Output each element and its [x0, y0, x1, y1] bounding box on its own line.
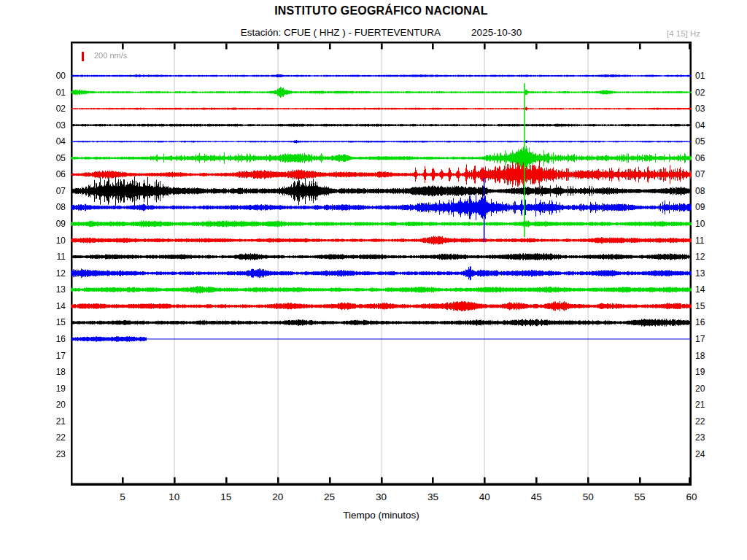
hour-label-left-07: 07	[44, 185, 66, 197]
x-tick-label-10: 10	[160, 491, 189, 502]
hour-label-right-20: 20	[695, 383, 717, 394]
amplitude-scale-bar	[82, 52, 84, 61]
hour-label-right-22: 22	[695, 416, 717, 427]
hour-label-left-02: 02	[44, 103, 66, 114]
hour-label-left-06: 06	[44, 168, 66, 180]
hour-label-left-08: 08	[44, 201, 66, 213]
hour-label-left-16: 16	[44, 333, 66, 345]
hour-label-right-17: 17	[695, 333, 717, 345]
hour-label-right-15: 15	[695, 300, 717, 312]
hour-label-left-10: 10	[44, 235, 66, 246]
x-tick-label-25: 25	[315, 491, 344, 502]
hour-label-right-09: 09	[695, 201, 717, 213]
x-tick-label-40: 40	[470, 491, 499, 502]
filter-band-label: [4 15] Hz	[554, 29, 700, 38]
hour-label-left-18: 18	[44, 366, 66, 378]
hour-label-left-17: 17	[44, 350, 66, 362]
hour-label-right-18: 18	[695, 350, 717, 362]
x-tick-label-45: 45	[522, 491, 551, 502]
hour-label-right-03: 03	[695, 103, 717, 114]
x-tick-label-30: 30	[367, 491, 396, 502]
hour-label-right-14: 14	[695, 284, 717, 295]
hour-label-left-04: 04	[44, 136, 66, 147]
date-label: 2025-10-30	[471, 27, 522, 38]
helicorder-plot: 200 nm/s	[71, 42, 692, 486]
hour-label-right-07: 07	[695, 168, 717, 180]
hour-label-right-04: 04	[695, 120, 717, 131]
station-label: Estación: CFUE ( HHZ ) - FUERTEVENTURA	[241, 27, 441, 38]
hour-label-right-12: 12	[695, 251, 717, 262]
hour-label-right-24: 24	[695, 448, 717, 460]
hour-label-left-01: 01	[44, 87, 66, 98]
hour-label-left-23: 23	[44, 448, 66, 460]
x-tick-label-20: 20	[263, 491, 293, 502]
hour-label-left-13: 13	[44, 284, 66, 295]
hour-label-left-15: 15	[44, 316, 66, 328]
amplitude-scale-label: 200 nm/s	[94, 51, 127, 60]
hour-label-left-05: 05	[44, 152, 66, 164]
hour-label-left-11: 11	[44, 251, 66, 262]
x-tick-label-60: 60	[677, 491, 706, 502]
hour-label-right-21: 21	[695, 399, 717, 411]
x-tick-label-55: 55	[625, 491, 654, 502]
seismogram-canvas	[71, 42, 692, 486]
hour-label-right-19: 19	[695, 366, 717, 378]
hour-label-left-20: 20	[44, 399, 66, 411]
hour-label-left-22: 22	[44, 432, 66, 443]
hour-label-right-05: 05	[695, 136, 717, 147]
hour-label-right-01: 01	[695, 70, 717, 82]
hour-label-left-12: 12	[44, 268, 66, 279]
hour-label-right-23: 23	[695, 432, 717, 443]
x-tick-label-50: 50	[573, 491, 603, 502]
hour-label-right-16: 16	[695, 316, 717, 328]
page-title: INSTITUTO GEOGRÁFICO NACIONAL	[71, 4, 692, 18]
x-tick-label-15: 15	[212, 491, 241, 502]
hour-label-left-03: 03	[44, 120, 66, 131]
helicorder-page: INSTITUTO GEOGRÁFICO NACIONAL Estación: …	[0, 0, 747, 560]
hour-label-left-19: 19	[44, 383, 66, 394]
hour-label-left-21: 21	[44, 416, 66, 427]
x-axis-label: Tiempo (minutos)	[71, 510, 692, 521]
hour-label-right-11: 11	[695, 235, 717, 246]
hour-label-right-10: 10	[695, 218, 717, 230]
x-tick-label-35: 35	[418, 491, 447, 502]
hour-label-left-00: 00	[44, 70, 66, 82]
hour-label-right-13: 13	[695, 268, 717, 279]
hour-label-left-14: 14	[44, 300, 66, 312]
hour-label-left-09: 09	[44, 218, 66, 230]
hour-label-right-02: 02	[695, 87, 717, 98]
hour-label-right-06: 06	[695, 152, 717, 164]
hour-label-right-08: 08	[695, 185, 717, 197]
x-tick-label-5: 5	[108, 491, 137, 502]
